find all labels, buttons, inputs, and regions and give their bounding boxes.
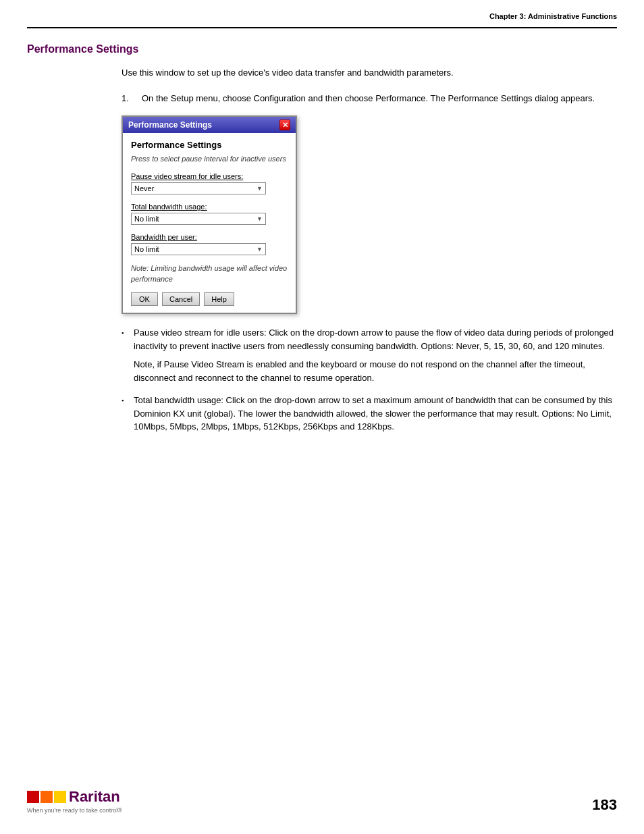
bullet-text-1: Total bandwidth usage: Click on the drop… [134,394,617,434]
section-title: Performance Settings [27,43,617,55]
page-footer: Raritan When you're ready to take contro… [0,788,644,814]
dialog-note: Note: Limiting bandwidth usage will affe… [131,263,288,284]
step-number: 1. [122,92,142,105]
dialog-close-button[interactable]: ✕ [279,120,290,130]
cancel-button[interactable]: Cancel [162,292,200,306]
help-button[interactable]: Help [204,292,234,306]
logo-sq-orange [41,791,53,803]
logo-sq-yellow [54,791,66,803]
dropdown-arrow-1: ▼ [257,215,263,222]
ok-button[interactable]: OK [131,292,158,306]
pause-video-value: Never [134,184,154,192]
dialog-box: Performance Settings ✕ Performance Setti… [122,115,297,314]
field-label-0: Pause video stream for idle users: [131,172,288,180]
field-label-1: Total bandwidth usage: [131,203,288,211]
raritan-logo: Raritan When you're ready to take contro… [27,788,122,814]
dialog-body: Performance Settings Press to select pau… [123,133,296,313]
step-list: 1. On the Setup menu, choose Configurati… [122,92,617,105]
dialog-titlebar: Performance Settings ✕ [123,117,296,133]
raritan-name: Raritan [69,788,120,806]
chapter-header: Chapter 3: Administrative Functions [489,12,617,20]
bullet-text-0: Pause video stream for idle users: Click… [134,326,617,384]
bullet-item-0: ▪ Pause video stream for idle users: Cli… [122,326,617,384]
logo-sq-red [27,791,39,803]
dialog-wrapper: Performance Settings ✕ Performance Setti… [122,115,617,314]
step-text: On the Setup menu, choose Configuration … [142,92,617,105]
bullet-item-1: ▪ Total bandwidth usage: Click on the dr… [122,394,617,434]
bandwidth-per-user-select[interactable]: No limit ▼ [131,243,266,255]
pause-video-select[interactable]: Never ▼ [131,182,266,194]
section-rule [27,27,617,28]
logo-icon-area: Raritan [27,788,120,806]
dialog-heading: Performance Settings [131,140,288,150]
dialog-buttons: OK Cancel Help [131,292,288,306]
page-number: 183 [592,796,617,814]
dropdown-arrow-0: ▼ [257,185,263,192]
dialog-title: Performance Settings [128,120,212,130]
raritan-tagline: When you're ready to take control® [27,807,122,814]
bullet-list: ▪ Pause video stream for idle users: Cli… [122,326,617,434]
bullet-marker-1: ▪ [122,396,134,406]
bandwidth-per-user-value: No limit [134,245,159,253]
logo-squares [27,791,66,803]
bullet-sub-0: Note, if Pause Video Stream is enabled a… [134,358,617,384]
total-bandwidth-value: No limit [134,215,159,223]
dropdown-arrow-2: ▼ [257,246,263,253]
dialog-description: Press to select pause interval for inact… [131,154,288,164]
step-1: 1. On the Setup menu, choose Configurati… [122,92,617,105]
intro-text: Use this window to set up the device's v… [122,66,617,80]
bullet-marker-0: ▪ [122,329,134,338]
field-label-2: Bandwidth per user: [131,233,288,241]
total-bandwidth-select[interactable]: No limit ▼ [131,213,266,225]
